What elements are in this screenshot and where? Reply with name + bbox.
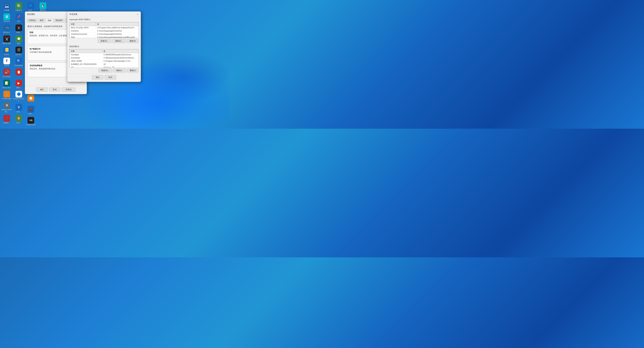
desktop-icon-davinci[interactable]: 🎬 达芬奇...: [13, 46, 25, 56]
desktop-icon-music[interactable]: 🎵 炫波鼓...: [1, 114, 12, 125]
desktop-icon-tencentmeeting[interactable]: 📹 腾讯会议: [1, 24, 12, 34]
desktop-icon-qq[interactable]: 🐧 腾讯QQ: [37, 2, 49, 12]
sys-var-row-numproc[interactable]: NUMBER_OF_PROCESSORS 24: [70, 63, 138, 66]
desktop-icon-app1[interactable]: 📒 应用名: [1, 46, 12, 56]
sys-delete-btn[interactable]: 删除(L): [127, 68, 139, 72]
desktop-icon-xunimanager[interactable]: 🔧 XuniManager: [1, 90, 12, 100]
tab-systemprotect[interactable]: 系统保护: [54, 18, 64, 22]
user-var-name-path: Path: [70, 36, 96, 38]
sys-edit-btn[interactable]: 编辑(I)...: [113, 68, 126, 72]
envvar-title: 环境变量: [69, 13, 77, 16]
user-edit-btn[interactable]: 编辑(E)...: [112, 39, 126, 43]
user-new-btn[interactable]: 新建(N)...: [98, 39, 111, 43]
desktop-icon-wechat[interactable]: 💬 微信: [13, 35, 25, 45]
envvar-cancel-btn[interactable]: 取消: [105, 75, 116, 79]
user-vars-col-var: 变量: [70, 22, 96, 26]
user-var-name-onedrive: OneDrive: [70, 29, 96, 32]
user-var-val-path: C:\Users\liuguanglei\AppData\Local\Micro…: [96, 36, 138, 38]
desktop-icon-job[interactable]: 💼 求职...: [25, 105, 37, 116]
sys-var-val-driverdata: C:\Windows\System32\Drivers\DriverData: [102, 56, 138, 59]
user-var-row-moz[interactable]: MOZ_PLUGIN_PATH C:\Program Files (x86)\F…: [70, 26, 138, 29]
sys-vars-title: 系统变量(S): [69, 45, 139, 48]
desktop-icon-jianying2[interactable]: ✂️ 剪映...: [13, 24, 25, 34]
sys-new-btn[interactable]: 新建(W)...: [98, 68, 112, 72]
sys-var-row-comspec[interactable]: ComSpec C:\WINDOWS\system32\cmd.exe: [70, 53, 138, 56]
desktop-icon-tts[interactable]: 🔊 文字转语音: [1, 68, 12, 78]
sys-vars-table: 变量 值 ComSpec C:\WINDOWS\system32\cmd.exe…: [70, 49, 138, 67]
sys-var-val-comspec: C:\WINDOWS\system32\cmd.exe: [102, 53, 138, 56]
desktop-icon-app5[interactable]: 🕐 ...: [25, 94, 37, 105]
desktop-icon-dingtalk[interactable]: 📌 钉钉: [13, 13, 25, 23]
desktop-icon-vmware[interactable]: 🖥 VMware WorkSta...: [1, 101, 12, 114]
sys-var-row-driverdata[interactable]: DriverData C:\Windows\System32\Drivers\D…: [70, 56, 138, 59]
envvar-close-btn[interactable]: ×: [136, 13, 139, 15]
sys-vars-col-val: 值: [102, 49, 138, 53]
sys-var-val-javahome: C:\Program Files\Java\jdk-17.0.5: [102, 59, 138, 63]
desktop-icon-app3[interactable]: 🎯 应用...: [13, 114, 25, 125]
sys-vars-section: 系统变量(S): [67, 44, 141, 49]
user-var-name-onedriveconsumer: OneDriveConsumer: [70, 32, 96, 36]
env-vars-dialog: 环境变量 × liuguanglei 的用户变量(U) 变量 值 MOZ_PLU…: [67, 11, 141, 82]
user-var-val-moz: C:\Program Files (x86)\Foxit Software\Fo…: [96, 26, 138, 29]
user-vars-table-container[interactable]: 变量 值 MOZ_PLUGIN_PATH C:\Program Files (x…: [69, 22, 139, 38]
user-vars-table: 变量 值 MOZ_PLUGIN_PATH C:\Program Files (x…: [70, 22, 138, 38]
sysprop-apply-btn[interactable]: 应用(A): [62, 87, 76, 92]
user-vars-section: liuguanglei 的用户变量(U): [67, 17, 141, 22]
user-var-name-moz: MOZ_PLUGIN_PATH: [70, 26, 96, 29]
user-vars-title: liuguanglei 的用户变量(U): [69, 18, 139, 21]
user-delete-btn[interactable]: 删除(D): [127, 39, 139, 43]
user-var-val-onedriveconsumer: C:\Users\liuguanglei\OneDrive: [96, 32, 138, 36]
desktop-icon-typora[interactable]: T Typora: [1, 57, 12, 67]
tab-computername[interactable]: 计算机名: [27, 18, 38, 22]
sysprop-ok-btn[interactable]: 确定: [36, 87, 48, 92]
sys-var-val-os: Windows_NT: [102, 66, 138, 68]
sys-var-row-javahome[interactable]: JAVA_HOME C:\Program Files\Java\jdk-17.0…: [70, 59, 138, 63]
envvar-ok-btn[interactable]: 确定: [92, 75, 103, 79]
user-var-row-onedrive[interactable]: OneDrive C:\Users\liuguanglei\OneDrive: [70, 29, 138, 32]
desktop-icon-screentogif[interactable]: >G ScreenToGif: [25, 116, 37, 127]
user-var-row-path[interactable]: Path C:\Users\liuguanglei\AppData\Local\…: [70, 36, 138, 38]
desktop-icon-youdao[interactable]: 📝 有道云笔记: [1, 79, 12, 89]
sysprop-cancel-btn[interactable]: 取消: [49, 87, 60, 92]
envvar-window-controls: ×: [136, 13, 139, 15]
desktop-icon-chrome[interactable]: 🔵 Google Chrome: [13, 90, 25, 102]
desktop-icon-app2[interactable]: 📋 ...: [13, 68, 25, 78]
desktop-icon-topdesk[interactable]: 🖥 TopDesk: [1, 13, 12, 23]
desktop-icon-computer[interactable]: 💻 此电脑: [1, 2, 12, 12]
user-vars-btns: 新建(N)... 编辑(E)... 删除(D): [67, 38, 141, 44]
sys-var-name-javahome: JAVA_HOME: [70, 59, 102, 63]
sys-vars-col-var: 变量: [70, 49, 102, 53]
desktop-icon-jianying[interactable]: ✂️ 剪映专业版: [1, 35, 12, 45]
desktop-icon-app4[interactable]: 🔵 应用...: [25, 2, 37, 12]
desktop-icon-everything[interactable]: 🔍 Everything: [13, 57, 25, 67]
envvar-title-bar: 环境变量 ×: [67, 11, 141, 17]
envvar-footer: 确定 取消: [67, 73, 141, 82]
desktop-icon-evernote[interactable]: 🐘 印象笔记: [13, 2, 25, 12]
tab-hardware[interactable]: 硬件: [38, 18, 46, 22]
sys-var-name-driverdata: DriverData: [70, 56, 102, 59]
sys-vars-table-container[interactable]: 变量 值 ComSpec C:\WINDOWS\system32\cmd.exe…: [69, 49, 139, 67]
tab-advanced[interactable]: 高级: [46, 18, 53, 22]
desktop-icon-baofeng[interactable]: ▶ 暴风...: [13, 79, 25, 89]
sys-var-name-numproc: NUMBER_OF_PROCESSORS: [70, 63, 102, 66]
sys-var-name-comspec: ComSpec: [70, 53, 102, 56]
sys-var-row-os[interactable]: OS Windows_NT: [70, 66, 138, 68]
sys-var-name-os: OS: [70, 66, 102, 68]
user-var-row-onedriveconsumer[interactable]: OneDriveConsumer C:\Users\liuguanglei\On…: [70, 32, 138, 36]
sys-vars-btns: 新建(W)... 编辑(I)... 删除(L): [67, 67, 141, 73]
desktop-icon-baidu[interactable]: V 百度...: [13, 103, 25, 114]
user-var-val-onedrive: C:\Users\liuguanglei\OneDrive: [96, 29, 138, 32]
user-vars-col-val: 值: [96, 22, 138, 26]
sysprop-title: 系统属性: [27, 13, 35, 16]
sys-var-val-numproc: 24: [102, 63, 138, 66]
sysprop-footer: 确定 取消 应用(A): [25, 86, 87, 94]
